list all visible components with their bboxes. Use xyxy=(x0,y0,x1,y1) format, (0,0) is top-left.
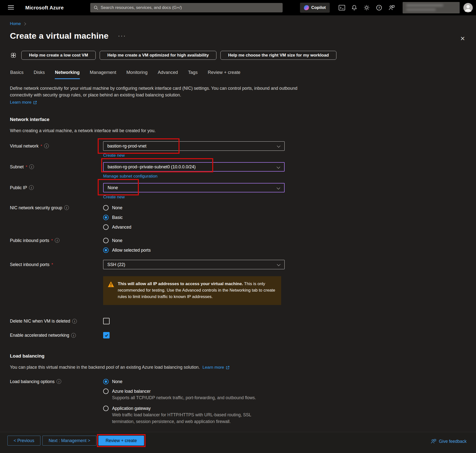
load-balancing-heading: Load balancing xyxy=(10,353,466,359)
help-high-availability-button[interactable]: Help me create a VM optimized for high a… xyxy=(100,51,216,60)
inbound-option-allow-selected[interactable]: Allow selected ports xyxy=(103,247,285,253)
public-ip-label: Public IP i xyxy=(10,183,103,200)
network-interface-description: When creating a virtual machine, a netwo… xyxy=(10,128,466,133)
hamburger-menu-icon[interactable] xyxy=(8,5,14,10)
cloud-shell-icon[interactable] xyxy=(336,3,348,13)
previous-button[interactable]: < Previous xyxy=(7,436,40,446)
search-icon xyxy=(94,5,98,10)
wizard-footer: < Previous Next : Management > Review + … xyxy=(0,432,476,453)
settings-gear-icon[interactable] xyxy=(360,3,373,13)
info-icon[interactable]: i xyxy=(71,333,76,338)
delete-nic-checkbox[interactable] xyxy=(103,318,110,324)
select-inbound-ports-row: Select inbound ports SSH (22) xyxy=(10,260,466,269)
tab-tags[interactable]: Tags xyxy=(188,70,198,79)
radio-selected-icon xyxy=(103,247,109,253)
title-row: Create a virtual machine ··· xyxy=(10,30,466,41)
nic-nsg-option-basic[interactable]: Basic xyxy=(103,215,285,220)
breadcrumb-chevron-icon xyxy=(23,22,26,26)
info-icon[interactable]: i xyxy=(44,144,49,148)
select-inbound-ports-dropdown[interactable]: SSH (22) xyxy=(103,260,285,269)
tab-management[interactable]: Management xyxy=(89,70,117,79)
avatar[interactable] xyxy=(463,3,473,13)
required-asterisk xyxy=(40,143,42,149)
tab-networking[interactable]: Networking xyxy=(55,70,80,79)
radio-selected-icon xyxy=(103,215,109,220)
virtual-network-dropdown[interactable]: bastion-rg-prod-vnet xyxy=(103,141,285,151)
info-icon[interactable]: i xyxy=(64,205,69,210)
external-link-icon xyxy=(33,101,37,104)
network-interface-form: Virtual network i bastion-rg-prod-vnet C… xyxy=(10,141,466,338)
copilot-button[interactable]: Copilot xyxy=(300,3,330,13)
tab-disks[interactable]: Disks xyxy=(33,70,45,79)
info-icon[interactable]: i xyxy=(29,164,34,169)
info-icon[interactable]: i xyxy=(72,319,77,324)
delete-nic-row: Delete NIC when VM is deleted i xyxy=(10,318,466,324)
overflow-menu-icon[interactable]: ··· xyxy=(118,32,126,39)
page-content: Home Create a virtual machine ··· ✕ Help… xyxy=(0,21,476,429)
subnet-row: Subnet i bastion-rg-prod--private-subnet… xyxy=(10,162,466,179)
info-icon[interactable]: i xyxy=(29,185,34,190)
nic-nsg-row: NIC network security group i None Basic … xyxy=(10,205,466,234)
tab-basics[interactable]: Basics xyxy=(10,70,24,79)
load-balancing-learn-more-link[interactable]: Learn more xyxy=(203,365,230,370)
lb-option-application-gateway[interactable]: Application gateway xyxy=(103,406,285,411)
load-balancing-options-row: Load balancing options i None Azure load… xyxy=(10,379,466,429)
help-icon[interactable]: ? xyxy=(373,3,385,13)
select-inbound-ports-label: Select inbound ports xyxy=(10,260,103,269)
external-link-icon xyxy=(226,366,230,369)
required-asterisk xyxy=(26,164,27,170)
lb-option-none[interactable]: None xyxy=(103,379,285,384)
tab-review-create[interactable]: Review + create xyxy=(208,70,241,79)
virtual-network-create-new-link[interactable]: Create new xyxy=(103,153,125,158)
give-feedback-button[interactable]: Give feedback xyxy=(430,439,467,444)
feedback-person-icon[interactable] xyxy=(385,3,398,13)
tab-monitoring[interactable]: Monitoring xyxy=(126,70,148,79)
breadcrumb-home-link[interactable]: Home xyxy=(10,21,21,26)
notifications-bell-icon[interactable] xyxy=(348,3,360,13)
public-ip-create-new-link[interactable]: Create new xyxy=(103,195,125,200)
intro-learn-more-link[interactable]: Learn more xyxy=(10,100,37,105)
help-vm-size-button[interactable]: Help me choose the right VM size for my … xyxy=(220,51,336,60)
radio-selected-icon xyxy=(103,379,109,384)
manage-subnet-configuration-link[interactable]: Manage subnet configuration xyxy=(103,174,157,179)
subnet-dropdown[interactable]: bastion-rg-prod--private-subnet0 (10.0.0… xyxy=(103,162,285,172)
public-inbound-ports-row: Public inbound ports i None Allow select… xyxy=(10,238,466,257)
public-inbound-ports-label: Public inbound ports i xyxy=(10,238,103,257)
tab-advanced[interactable]: Advanced xyxy=(157,70,178,79)
lb-option-azure-load-balancer-description: Supports all TCP/UDP network traffic, po… xyxy=(112,394,271,401)
nic-nsg-label: NIC network security group i xyxy=(10,205,103,234)
radio-icon xyxy=(103,205,109,211)
close-icon[interactable]: ✕ xyxy=(460,36,465,42)
public-ip-row: Public IP i None Create new xyxy=(10,183,466,200)
next-management-button[interactable]: Next : Management > xyxy=(42,436,96,446)
wizard-tabs: Basics Disks Networking Management Monit… xyxy=(10,70,466,79)
subnet-label: Subnet i xyxy=(10,162,103,179)
public-ip-dropdown[interactable]: None xyxy=(103,183,285,192)
svg-text:?: ? xyxy=(378,6,380,10)
inbound-option-none[interactable]: None xyxy=(103,238,285,243)
copilot-icon xyxy=(304,5,309,10)
nic-nsg-option-none[interactable]: None xyxy=(103,205,285,211)
virtual-network-row: Virtual network i bastion-rg-prod-vnet C… xyxy=(10,141,466,158)
radio-icon xyxy=(103,224,109,230)
chevron-down-icon xyxy=(277,186,280,189)
lb-option-azure-load-balancer[interactable]: Azure load balancer xyxy=(103,389,285,394)
required-asterisk xyxy=(51,238,53,243)
chevron-down-icon xyxy=(277,144,280,148)
top-bar: Microsoft Azure Copilot ? xyxy=(0,0,476,15)
copilot-assist-row: Help me create a low cost VM Help me cre… xyxy=(10,51,466,60)
copilot-outline-icon xyxy=(10,52,17,59)
info-icon[interactable]: i xyxy=(55,238,60,243)
info-icon[interactable]: i xyxy=(57,379,61,384)
brand-title[interactable]: Microsoft Azure xyxy=(25,0,64,15)
global-search[interactable] xyxy=(90,3,283,12)
review-create-button[interactable]: Review + create xyxy=(98,436,144,446)
warning-triangle-icon xyxy=(108,281,114,287)
chevron-down-icon xyxy=(277,165,280,169)
inbound-ports-warning: This will allow all IP addresses to acce… xyxy=(103,276,281,305)
accelerated-networking-checkbox[interactable] xyxy=(103,332,110,338)
help-low-cost-vm-button[interactable]: Help me create a low cost VM xyxy=(21,51,96,60)
search-input[interactable] xyxy=(101,5,279,10)
virtual-network-label: Virtual network i xyxy=(10,141,103,158)
nic-nsg-option-advanced[interactable]: Advanced xyxy=(103,224,285,230)
